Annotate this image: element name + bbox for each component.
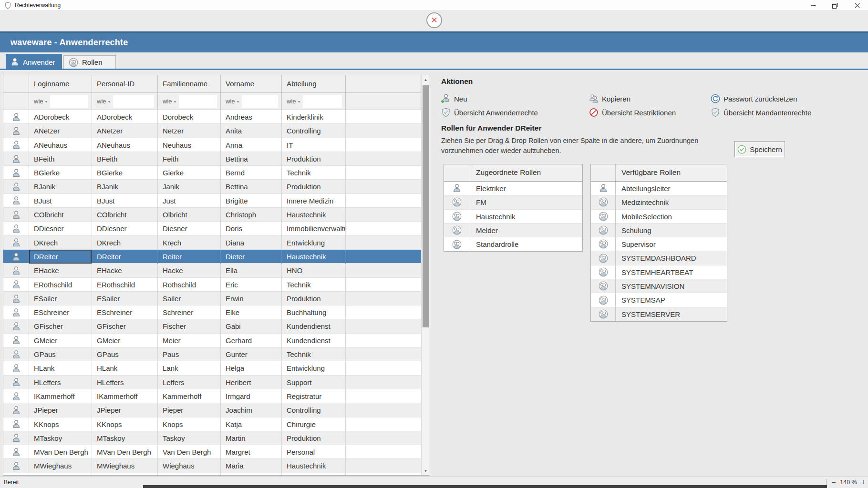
table-cell[interactable]: IT — [282, 138, 346, 152]
table-cell[interactable]: Heribert — [221, 376, 282, 389]
table-cell[interactable]: DReiter — [29, 250, 92, 264]
filter-input[interactable] — [113, 95, 154, 108]
table-cell[interactable]: Lank — [158, 361, 221, 375]
role-list-header[interactable]: Verfügbare Rollen — [616, 164, 727, 181]
table-row[interactable]: DDiesnerDDiesnerDiesnerDorisImmobilienve… — [3, 222, 421, 235]
table-cell[interactable]: Hacke — [158, 264, 221, 277]
table-cell[interactable]: ADorobeck — [92, 110, 158, 124]
table-cell[interactable]: BFeith — [92, 152, 158, 166]
zoom-in-button[interactable]: + — [859, 478, 867, 486]
table-cell[interactable]: Gierke — [158, 166, 221, 180]
table-cell[interactable]: BJust — [92, 194, 158, 208]
table-cell[interactable]: Produktion — [282, 431, 346, 445]
panel-close-button[interactable]: ✕ — [426, 12, 442, 28]
table-cell[interactable]: ANetzer — [29, 124, 92, 138]
table-cell[interactable]: Technik — [282, 166, 346, 180]
role-list-header[interactable]: Zugeordnete Rollen — [470, 164, 582, 181]
table-cell[interactable]: Janik — [158, 180, 221, 193]
filter-operator[interactable]: wie — [97, 98, 106, 105]
filter-operator[interactable]: wie — [163, 98, 172, 105]
table-cell[interactable]: DReiter — [92, 250, 158, 264]
table-cell[interactable]: ESailer — [92, 292, 158, 305]
table-cell[interactable]: Technik — [282, 278, 346, 292]
table-cell[interactable]: Joachim — [221, 403, 282, 417]
column-header[interactable]: Familienname — [158, 75, 221, 93]
table-cell[interactable]: MVan Den Bergh — [92, 445, 158, 459]
table-cell[interactable]: Schreiner — [158, 305, 221, 319]
vertical-scrollbar[interactable]: ▲ ▼ — [421, 75, 430, 475]
minimize-icon[interactable] — [802, 0, 824, 11]
table-cell[interactable]: DKrech — [29, 236, 92, 250]
table-cell[interactable]: Immobilienverwaltung — [282, 222, 346, 235]
role-item[interactable]: SYSTEMSAP — [591, 293, 727, 307]
table-cell[interactable]: Ella — [221, 264, 282, 277]
table-cell[interactable]: HLank — [92, 361, 158, 375]
table-row[interactable]: ESchreinerESchreinerSchreinerElkeBuchhal… — [3, 305, 421, 319]
table-cell[interactable]: Wieghaus — [158, 459, 221, 473]
table-row[interactable]: ANetzerANetzerNetzerAnitaControlling — [3, 124, 421, 138]
table-cell[interactable]: Chirurgie — [282, 417, 346, 431]
table-cell[interactable]: Kundendienst — [282, 334, 346, 347]
table-cell[interactable]: Taskoy — [158, 431, 221, 445]
role-item[interactable]: SYSTEMSERVER — [591, 307, 727, 321]
table-cell[interactable]: Controlling — [282, 124, 346, 138]
table-row[interactable]: BGierkeBGierkeGierkeBerndTechnik — [3, 166, 421, 180]
chevron-down-icon[interactable]: ▼ — [298, 100, 301, 103]
table-cell[interactable]: GFischer — [29, 319, 92, 333]
action-kopieren[interactable]: Kopieren — [589, 92, 630, 105]
table-cell[interactable]: MTaskoy — [92, 431, 158, 445]
table-cell[interactable]: GMeier — [29, 334, 92, 347]
table-cell[interactable]: Fischer — [158, 319, 221, 333]
table-cell[interactable]: JPieper — [92, 403, 158, 417]
table-cell[interactable]: Irmgard — [221, 389, 282, 403]
table-cell[interactable]: COlbricht — [29, 208, 92, 222]
table-row[interactable]: GPausGPausPausGunterTechnik — [3, 347, 421, 361]
action--bersicht-restriktionen[interactable]: Übersicht Restriktionen — [589, 106, 676, 119]
table-cell[interactable]: Anna — [221, 138, 282, 152]
table-row[interactable]: MWieghausMWieghausWieghausMariaHaustechn… — [3, 459, 421, 473]
table-row[interactable]: KKnopsKKnopsKnopsKatjaChirurgie — [3, 417, 421, 431]
tab-rollen[interactable]: Rollen — [63, 55, 116, 69]
table-cell[interactable]: Leffers — [158, 376, 221, 389]
table-cell[interactable]: GFischer — [92, 319, 158, 333]
table-cell[interactable]: IKammerhoff — [92, 389, 158, 403]
table-row[interactable]: COlbrichtCOlbrichtOlbrichtChristophHaust… — [3, 208, 421, 222]
table-cell[interactable]: Produktion — [282, 180, 346, 193]
table-row[interactable]: DReiterDReiterReiterDieterHaustechnik — [3, 250, 421, 264]
table-row[interactable]: DKrechDKrechKrechDianaEntwicklung — [3, 236, 421, 250]
column-header[interactable]: Personal-ID — [92, 75, 158, 93]
table-cell[interactable]: Diana — [221, 236, 282, 250]
role-item[interactable]: SYSTEMHEARTBEAT — [591, 265, 727, 279]
table-cell[interactable]: Rothschild — [158, 278, 221, 292]
table-cell[interactable]: COlbricht — [92, 208, 158, 222]
table-cell[interactable]: Sailer — [158, 292, 221, 305]
zoom-out-button[interactable]: – — [830, 478, 837, 486]
table-cell[interactable]: Knops — [158, 417, 221, 431]
table-cell[interactable]: GPaus — [29, 347, 92, 361]
table-cell[interactable]: BJanik — [29, 180, 92, 193]
filter-input[interactable] — [303, 95, 342, 108]
table-cell[interactable]: Pieper — [158, 403, 221, 417]
table-row[interactable]: ESailerESailerSailerErwinProduktion — [3, 292, 421, 305]
table-cell[interactable]: Margret — [221, 445, 282, 459]
table-cell[interactable]: Controlling — [282, 403, 346, 417]
chevron-down-icon[interactable]: ▼ — [108, 100, 111, 103]
table-cell[interactable]: ANeuhaus — [29, 138, 92, 152]
chevron-down-icon[interactable]: ▼ — [174, 100, 177, 103]
table-cell[interactable]: Helga — [221, 361, 282, 375]
role-item[interactable]: Medizintechnik — [591, 195, 727, 209]
table-cell[interactable]: Registratur — [282, 389, 346, 403]
table-cell[interactable]: Support — [282, 376, 346, 389]
table-cell[interactable]: BJust — [29, 194, 92, 208]
table-row[interactable]: JPieperJPieperPieperJoachimControlling — [3, 403, 421, 417]
table-cell[interactable]: Van Den Bergh — [158, 445, 221, 459]
table-cell[interactable]: Maria — [221, 459, 282, 473]
table-cell[interactable]: Innere Medizin — [282, 194, 346, 208]
table-cell[interactable]: Elke — [221, 305, 282, 319]
column-header[interactable]: Loginname — [29, 75, 92, 93]
table-cell[interactable]: IKammerhoff — [29, 389, 92, 403]
filter-operator[interactable]: wie — [287, 98, 296, 105]
table-cell[interactable]: KKnops — [29, 417, 92, 431]
filter-input[interactable] — [242, 95, 278, 108]
table-row[interactable]: HLeffersHLeffersLeffersHeribertSupport — [3, 376, 421, 389]
